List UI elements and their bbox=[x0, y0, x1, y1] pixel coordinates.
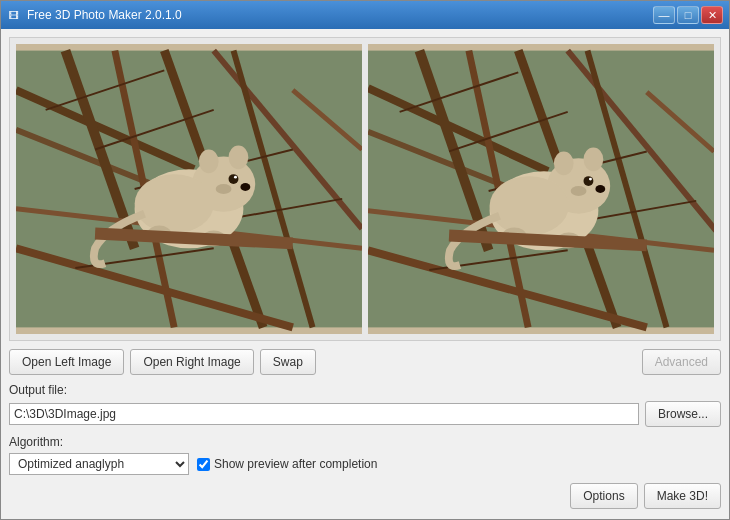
right-image bbox=[368, 44, 714, 334]
options-button[interactable]: Options bbox=[570, 483, 637, 509]
svg-point-21 bbox=[234, 176, 237, 179]
svg-point-19 bbox=[229, 146, 249, 170]
title-bar: 🎞 Free 3D Photo Maker 2.0.1.0 — □ ✕ bbox=[1, 1, 729, 29]
app-icon: 🎞 bbox=[7, 8, 21, 22]
action-buttons-row: Open Left Image Open Right Image Swap Ad… bbox=[9, 349, 721, 375]
algorithm-label: Algorithm: bbox=[9, 435, 721, 449]
bottom-buttons: Options Make 3D! bbox=[9, 483, 721, 511]
main-window: 🎞 Free 3D Photo Maker 2.0.1.0 — □ ✕ bbox=[0, 0, 730, 520]
output-section: Output file: Browse... bbox=[9, 383, 721, 427]
algorithm-section: Algorithm: Optimized anaglyphTrue anagly… bbox=[9, 435, 721, 475]
images-area bbox=[9, 37, 721, 341]
maximize-button[interactable]: □ bbox=[677, 6, 699, 24]
svg-point-51 bbox=[595, 185, 605, 193]
browse-button[interactable]: Browse... bbox=[645, 401, 721, 427]
left-image bbox=[16, 44, 362, 334]
open-left-button[interactable]: Open Left Image bbox=[9, 349, 124, 375]
svg-point-48 bbox=[584, 176, 594, 186]
open-right-button[interactable]: Open Right Image bbox=[130, 349, 253, 375]
swap-button[interactable]: Swap bbox=[260, 349, 316, 375]
svg-point-20 bbox=[229, 174, 239, 184]
svg-point-47 bbox=[584, 147, 604, 171]
svg-point-52 bbox=[490, 176, 569, 235]
preview-checkbox[interactable] bbox=[197, 458, 210, 471]
main-content: Open Left Image Open Right Image Swap Ad… bbox=[1, 29, 729, 519]
svg-point-24 bbox=[135, 174, 214, 233]
advanced-button[interactable]: Advanced bbox=[642, 349, 721, 375]
algorithm-select[interactable]: Optimized anaglyphTrue anaglyphGray anag… bbox=[9, 453, 189, 475]
preview-checkbox-row: Show preview after completion bbox=[197, 457, 377, 471]
minimize-button[interactable]: — bbox=[653, 6, 675, 24]
window-title: Free 3D Photo Maker 2.0.1.0 bbox=[27, 8, 182, 22]
title-bar-left: 🎞 Free 3D Photo Maker 2.0.1.0 bbox=[7, 8, 182, 22]
svg-point-22 bbox=[216, 184, 232, 194]
right-image-panel bbox=[368, 44, 714, 334]
svg-point-46 bbox=[554, 151, 574, 175]
output-label: Output file: bbox=[9, 383, 721, 397]
svg-point-23 bbox=[240, 183, 250, 191]
close-button[interactable]: ✕ bbox=[701, 6, 723, 24]
make3d-button[interactable]: Make 3D! bbox=[644, 483, 721, 509]
output-path-input[interactable] bbox=[9, 403, 639, 425]
left-image-panel bbox=[16, 44, 362, 334]
algorithm-row: Optimized anaglyphTrue anaglyphGray anag… bbox=[9, 453, 721, 475]
svg-point-49 bbox=[589, 178, 592, 181]
window-controls: — □ ✕ bbox=[653, 6, 723, 24]
preview-label: Show preview after completion bbox=[214, 457, 377, 471]
svg-point-18 bbox=[199, 149, 219, 173]
svg-point-50 bbox=[571, 186, 587, 196]
output-row: Browse... bbox=[9, 401, 721, 427]
